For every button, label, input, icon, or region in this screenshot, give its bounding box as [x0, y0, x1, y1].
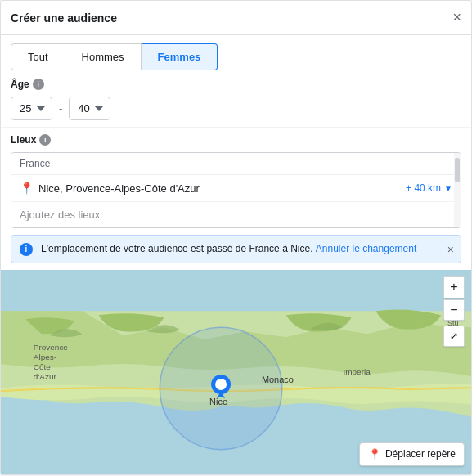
plus-icon: +: [450, 280, 457, 294]
chevron-down-icon: ▼: [444, 184, 452, 193]
zoom-in-button[interactable]: +: [443, 276, 465, 298]
svg-text:Provence-: Provence-: [34, 343, 70, 352]
svg-text:Nice: Nice: [209, 397, 227, 406]
age-max-select[interactable]: 40 25 30 35 45 50 55 60 65: [69, 97, 110, 120]
info-banner-close-icon[interactable]: ×: [447, 242, 454, 258]
info-banner-text: L'emplacement de votre audience est pass…: [41, 243, 312, 254]
fullscreen-button[interactable]: ⤢: [443, 326, 465, 347]
tab-hommes[interactable]: Hommes: [65, 43, 142, 70]
lieux-section: Lieux i France 📍 Nice, Provence-Alpes-Cô…: [1, 128, 471, 235]
svg-text:Monaco: Monaco: [262, 375, 294, 384]
undo-link[interactable]: Annuler le changement: [316, 243, 416, 254]
scrollbar-thumb: [455, 158, 460, 182]
info-banner: i L'emplacement de votre audience est pa…: [11, 235, 461, 263]
marker-pin-icon: 📍: [368, 448, 381, 460]
age-separator: -: [59, 102, 62, 115]
lieux-city: Nice, Provence-Alpes-Côte d'Azur: [38, 182, 401, 195]
minus-icon: −: [450, 303, 457, 317]
svg-text:d'Azur: d'Azur: [34, 372, 57, 381]
gender-tabs: Tout Hommes Femmes: [11, 43, 461, 70]
age-controls: 25 18 21 30 35 40 45 50 55 60 65 - 40 25…: [11, 97, 461, 120]
zoom-out-button[interactable]: −: [443, 299, 465, 321]
lieux-country: France: [11, 153, 461, 175]
add-lieux-input[interactable]: Ajoutez des lieux: [11, 202, 461, 227]
svg-text:Côte: Côte: [34, 362, 51, 371]
location-pin-icon: 📍: [20, 182, 34, 195]
lieux-label: Lieux i: [11, 134, 461, 146]
age-min-select[interactable]: 25 18 21 30 35 40 45 50 55 60 65: [11, 97, 52, 120]
age-label: Âge i: [11, 79, 461, 90]
lieux-radius[interactable]: + 40 km ▼: [406, 182, 452, 194]
map-container: Provence- Alpes- Côte d'Azur Nice Monaco…: [1, 270, 471, 474]
info-banner-icon: i: [20, 243, 33, 256]
scrollbar-track: [454, 153, 461, 227]
lieux-box: France 📍 Nice, Provence-Alpes-Côte d'Azu…: [11, 152, 461, 228]
create-audience-panel: Créer une audience × Tout Hommes Femmes …: [0, 0, 472, 475]
panel-title: Créer une audience: [11, 11, 117, 25]
panel-header: Créer une audience ×: [1, 1, 471, 35]
close-icon[interactable]: ×: [452, 9, 461, 26]
fullscreen-icon: ⤢: [450, 330, 458, 342]
move-marker-label: Déplacer repère: [385, 448, 456, 460]
gender-section: Tout Hommes Femmes: [1, 35, 471, 70]
lieux-info-icon[interactable]: i: [39, 134, 51, 146]
tab-tout[interactable]: Tout: [11, 43, 65, 70]
move-marker-button[interactable]: 📍 Déplacer repère: [359, 442, 465, 466]
svg-text:Alpes-: Alpes-: [34, 353, 56, 361]
lieux-item: 📍 Nice, Provence-Alpes-Côte d'Azur + 40 …: [11, 175, 461, 202]
age-info-icon[interactable]: i: [33, 79, 44, 90]
map-controls: + − ⤢: [443, 276, 465, 347]
age-section: Âge i 25 18 21 30 35 40 45 50 55 60 65 -…: [1, 70, 471, 128]
svg-text:Imperia: Imperia: [344, 367, 371, 376]
tab-femmes[interactable]: Femmes: [142, 43, 218, 70]
